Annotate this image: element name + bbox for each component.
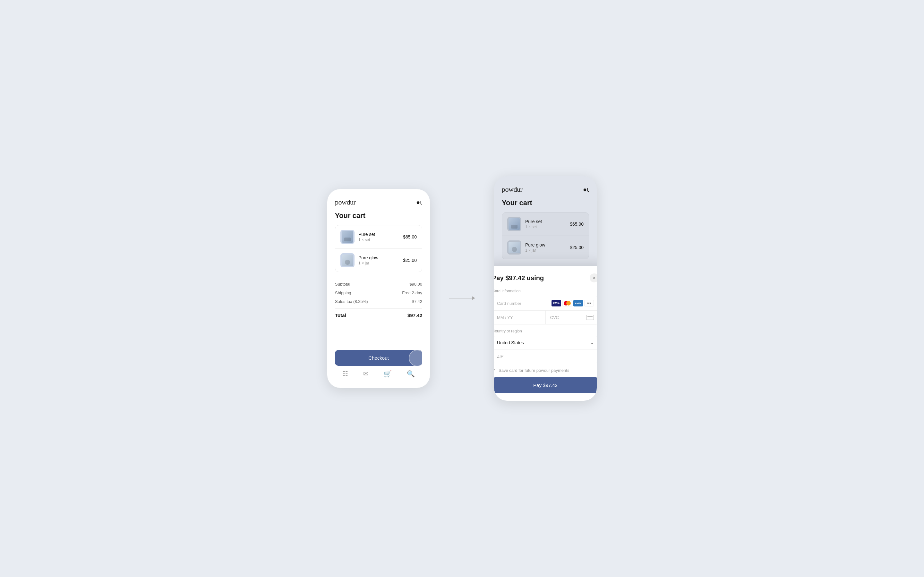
pay-button[interactable]: Pay $97.42: [494, 377, 597, 393]
mastercard-icon: [562, 300, 572, 306]
expiry-field[interactable]: MM / YY: [494, 311, 546, 324]
item-price-2: $25.00: [403, 258, 417, 263]
item-img-inner-jar-right: [509, 242, 520, 253]
item-info-2: Pure glow 1 × jar: [359, 255, 399, 266]
shipping-value: Free 2-day: [402, 290, 422, 295]
transition-arrow: [449, 298, 475, 298]
nav-search-icon[interactable]: 🔍: [407, 370, 415, 378]
payment-modal: Pay $97.42 using × Card information Card…: [494, 266, 597, 401]
card-info-label: Card information: [494, 289, 597, 293]
zip-placeholder: ZIP: [497, 354, 503, 359]
cart-items-left: Pure set 1 × set $65.00 Pure glow 1 × ja…: [335, 225, 422, 272]
item-img-set-left: [341, 230, 355, 244]
left-phone: powdur ●⍳ Your cart Pure set 1 × set $65…: [327, 189, 430, 388]
cart-title-right: Your cart: [502, 199, 589, 207]
nav-chat-icon[interactable]: ✉: [363, 370, 368, 378]
summary-subtotal: Subtotal $90.00: [335, 280, 422, 288]
country-name: United States: [497, 340, 524, 345]
summary-tax: Sales tax (8.25%) $7.42: [335, 297, 422, 306]
right-item-info-1: Pure set 1 × set: [525, 219, 566, 229]
region-label: Country or region: [494, 329, 597, 334]
tax-value: $7.42: [412, 299, 422, 304]
right-phone-header: powdur ●⍳: [494, 176, 597, 199]
card-number-row[interactable]: Card number VISA AMEX JCB: [494, 296, 597, 311]
right-item-price-1: $65.00: [570, 221, 583, 227]
item-img-inner-set-right: [509, 218, 520, 230]
nav-store-icon[interactable]: ☷: [342, 370, 348, 378]
left-phone-header: powdur ●⍳: [327, 189, 430, 211]
tax-label: Sales tax (8.25%): [335, 299, 368, 304]
cart-item-1: Pure set 1 × set $65.00: [335, 226, 422, 249]
subtotal-value: $90.00: [409, 282, 422, 287]
right-cart-item-2: Pure glow 1 × jar $25.00: [502, 236, 589, 259]
nav-cart-icon[interactable]: 🛒: [384, 370, 392, 378]
item-img-jar-right: [507, 240, 521, 255]
cvc-card-icon: [586, 315, 594, 320]
close-modal-button[interactable]: ×: [590, 274, 597, 282]
modal-header: Pay $97.42 using ×: [494, 274, 597, 282]
right-item-price-2: $25.00: [570, 245, 583, 250]
summary-shipping: Shipping Free 2-day: [335, 288, 422, 297]
total-value: $97.42: [407, 313, 422, 318]
card-field-group: Card number VISA AMEX JCB MM / YY: [494, 296, 597, 324]
item-qty-1: 1 × set: [359, 237, 399, 242]
right-item-qty-2: 1 × jar: [525, 248, 566, 253]
brand-logo-right: powdur: [502, 185, 522, 193]
item-img-inner-jar-left: [342, 255, 353, 266]
chevron-down-icon: ⌄: [590, 340, 594, 345]
cvc-placeholder: CVC: [550, 315, 559, 320]
country-select[interactable]: United States ⌄: [494, 336, 597, 349]
checkmark-icon: ✓: [494, 367, 496, 373]
card-number-placeholder: Card number: [497, 301, 521, 306]
user-icon-right: ●⍳: [583, 185, 589, 193]
cvc-field[interactable]: CVC: [546, 311, 597, 324]
save-card-label: Save card for future powdur payments: [499, 368, 569, 373]
item-price-1: $65.00: [403, 234, 417, 239]
right-item-name-2: Pure glow: [525, 242, 566, 247]
expiry-cvc-row: MM / YY CVC: [494, 311, 597, 324]
left-phone-body: Your cart Pure set 1 × set $65.00: [327, 211, 430, 343]
scene: powdur ●⍳ Your cart Pure set 1 × set $65…: [308, 157, 616, 420]
right-phone: powdur ●⍳ Your cart Pure set 1 × set $65…: [494, 176, 597, 401]
save-card-row: ✓ Save card for future powdur payments: [494, 367, 597, 373]
nav-bar-left: ☷ ✉ 🛒 🔍: [335, 366, 422, 384]
right-item-qty-1: 1 × set: [525, 225, 566, 229]
item-qty-2: 1 × jar: [359, 261, 399, 266]
item-name-1: Pure set: [359, 232, 399, 237]
cart-item-2: Pure glow 1 × jar $25.00: [335, 249, 422, 272]
card-brand-icons: VISA AMEX JCB: [551, 300, 594, 306]
item-img-jar-left: [341, 253, 355, 268]
summary-total: Total $97.42: [335, 308, 422, 320]
cart-title-left: Your cart: [335, 211, 422, 220]
amex-icon: AMEX: [573, 300, 583, 306]
item-img-inner-set-left: [342, 231, 353, 243]
order-summary: Subtotal $90.00 Shipping Free 2-day Sale…: [335, 279, 422, 321]
expiry-placeholder: MM / YY: [497, 315, 513, 320]
left-phone-footer: Checkout ☷ ✉ 🛒 🔍: [327, 343, 430, 388]
item-img-set-right: [507, 217, 521, 231]
item-info-1: Pure set 1 × set: [359, 232, 399, 242]
shipping-label: Shipping: [335, 290, 351, 295]
item-name-2: Pure glow: [359, 255, 399, 260]
checkout-button[interactable]: Checkout: [335, 350, 422, 366]
modal-title: Pay $97.42 using: [494, 274, 544, 282]
arrow-line: [449, 298, 475, 298]
cart-items-right: Pure set 1 × set $65.00 Pure glow 1 × ja…: [502, 212, 589, 259]
total-label: Total: [335, 313, 346, 318]
right-item-name-1: Pure set: [525, 219, 566, 224]
right-item-info-2: Pure glow 1 × jar: [525, 242, 566, 253]
user-icon-left: ●⍳: [416, 198, 422, 206]
right-cart-item-1: Pure set 1 × set $65.00: [502, 213, 589, 236]
zip-field[interactable]: ZIP: [494, 349, 597, 363]
button-ripple: [409, 350, 425, 366]
subtotal-label: Subtotal: [335, 282, 351, 287]
jcb-icon: JCB: [584, 300, 594, 306]
brand-logo-left: powdur: [335, 198, 355, 206]
visa-icon: VISA: [551, 300, 561, 306]
